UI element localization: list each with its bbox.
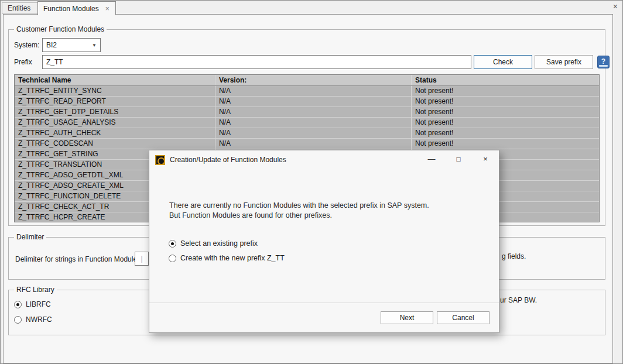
tabstrip-close-icon[interactable]: × bbox=[613, 2, 618, 11]
cell-name: Z_TTRFC_USAGE_ANALYSIS bbox=[15, 118, 215, 128]
radio-label: LIBRFC bbox=[26, 300, 51, 308]
cell-version: N/A bbox=[215, 128, 412, 138]
cell-version: N/A bbox=[215, 139, 412, 149]
radio-label: Create with the new prefix Z_TT bbox=[180, 254, 285, 262]
radio-label: Select an existing prefix bbox=[180, 239, 258, 248]
prefix-input[interactable] bbox=[42, 55, 471, 69]
cell-version: N/A bbox=[215, 97, 412, 107]
tab-close-icon[interactable]: × bbox=[105, 5, 110, 12]
dialog-title: Creation/Update of Function Modules bbox=[170, 156, 286, 164]
radio-option[interactable]: NWRFC bbox=[14, 315, 52, 324]
help-icon[interactable]: ? bbox=[597, 56, 610, 68]
cell-version: N/A bbox=[215, 118, 412, 128]
cell-version: N/A bbox=[215, 86, 412, 96]
radio-unselected-icon[interactable] bbox=[14, 316, 22, 324]
radio-option[interactable]: Select an existing prefix bbox=[169, 239, 285, 248]
dialog-separator bbox=[149, 303, 499, 303]
cell-status: Not present! bbox=[412, 139, 599, 149]
system-value: BI2 bbox=[46, 41, 57, 49]
table-row[interactable]: Z_TTRFC_GET_DTP_DETAILSN/ANot present! bbox=[15, 107, 599, 118]
tab-bar: Entities × Function Modules × × bbox=[1, 1, 622, 14]
delimiter-label: Delimiter for strings in Function Module… bbox=[15, 255, 141, 263]
cell-name: Z_TTRFC_ENTITY_SYNC bbox=[15, 86, 215, 96]
cell-status: Not present! bbox=[412, 118, 599, 128]
table-row[interactable]: Z_TTRFC_CODESCANN/ANot present! bbox=[15, 139, 599, 149]
radio-option[interactable]: Create with the new prefix Z_TT bbox=[169, 254, 285, 262]
dialog-titlebar[interactable]: Creation/Update of Function Modules — □ … bbox=[149, 150, 499, 169]
cell-status: Not present! bbox=[412, 97, 599, 107]
dialog-options: Select an existing prefixCreate with the… bbox=[169, 239, 285, 269]
tab-label: Entities bbox=[8, 4, 30, 12]
dialog-creation-update: Creation/Update of Function Modules — □ … bbox=[149, 150, 499, 333]
cell-name: Z_TTRFC_AUTH_CHECK bbox=[15, 128, 215, 138]
cell-status: Not present! bbox=[412, 86, 599, 96]
chevron-down-icon[interactable]: ▼ bbox=[92, 43, 97, 48]
delimiter-input[interactable] bbox=[135, 252, 149, 266]
check-button[interactable]: Check bbox=[474, 55, 532, 69]
cell-name: Z_TTRFC_READ_REPORT bbox=[15, 97, 215, 107]
cancel-button[interactable]: Cancel bbox=[437, 311, 490, 324]
rfc-options: LIBRFCNWRFC bbox=[14, 300, 52, 331]
delimiter-text-fragment: g fields. bbox=[502, 252, 526, 260]
radio-unselected-icon[interactable] bbox=[169, 255, 176, 262]
group-title: RFC Library bbox=[14, 286, 57, 294]
table-row[interactable]: Z_TTRFC_USAGE_ANALYSISN/ANot present! bbox=[15, 118, 599, 128]
maximize-icon[interactable]: □ bbox=[445, 150, 472, 169]
radio-selected-icon[interactable] bbox=[169, 240, 176, 248]
system-select[interactable]: BI2 ▼ bbox=[42, 38, 101, 52]
dialog-window-controls: — □ × bbox=[418, 150, 499, 169]
prefix-label: Prefix bbox=[14, 58, 32, 66]
cell-name: Z_TTRFC_GET_DTP_DETAILS bbox=[15, 107, 215, 117]
cell-status: Not present! bbox=[412, 107, 599, 117]
column-header-technical-name[interactable]: Technical Name bbox=[15, 75, 215, 85]
tab-label: Function Modules bbox=[43, 5, 99, 13]
table-header: Technical Name Version: Status bbox=[15, 75, 599, 86]
radio-option[interactable]: LIBRFC bbox=[14, 300, 52, 308]
cell-version: N/A bbox=[215, 107, 412, 117]
close-icon[interactable]: × bbox=[472, 150, 499, 169]
group-title: Delimiter bbox=[14, 233, 46, 241]
group-title: Customer Function Modules bbox=[14, 25, 107, 33]
radio-label: NWRFC bbox=[26, 315, 52, 324]
dialog-message-line1: There are currently no Function Modules … bbox=[169, 201, 429, 211]
table-row[interactable]: Z_TTRFC_AUTH_CHECKN/ANot present! bbox=[15, 128, 599, 139]
app-logo-icon bbox=[155, 155, 165, 165]
table-row[interactable]: Z_TTRFC_ENTITY_SYNCN/ANot present! bbox=[15, 86, 599, 97]
cell-status: Not present! bbox=[412, 128, 599, 138]
table-row[interactable]: Z_TTRFC_READ_REPORTN/ANot present! bbox=[15, 97, 599, 107]
radio-selected-icon[interactable] bbox=[14, 301, 22, 308]
save-prefix-button[interactable]: Save prefix bbox=[535, 55, 593, 69]
system-label: System: bbox=[14, 41, 39, 49]
column-header-status[interactable]: Status bbox=[412, 75, 599, 85]
app-window: Entities × Function Modules × × Customer… bbox=[0, 0, 623, 364]
minimize-icon[interactable]: — bbox=[418, 150, 445, 169]
column-header-version[interactable]: Version: bbox=[215, 75, 412, 85]
rfc-text-fragment: ur SAP BW. bbox=[500, 296, 537, 304]
dialog-message-line2: But Function Modules are found for other… bbox=[169, 211, 332, 221]
cell-name: Z_TTRFC_CODESCAN bbox=[15, 139, 215, 149]
tab-function-modules[interactable]: Function Modules × bbox=[37, 1, 116, 15]
next-button[interactable]: Next bbox=[381, 311, 433, 324]
